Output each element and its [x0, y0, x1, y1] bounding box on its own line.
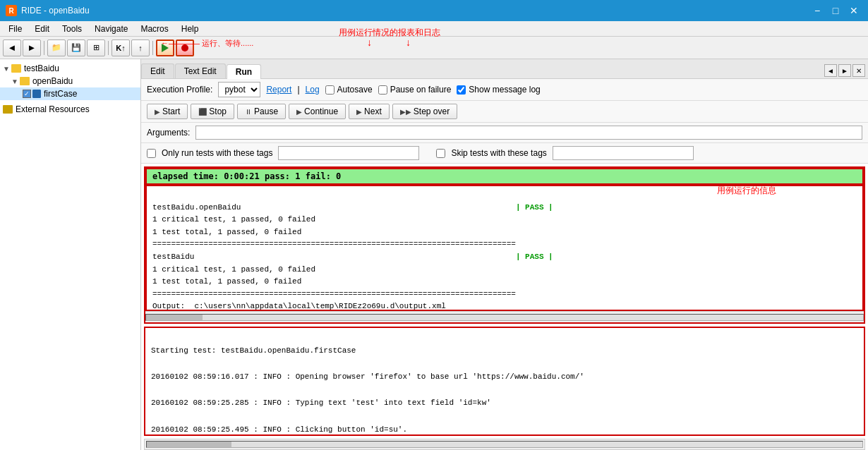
arrow-report: ↓ — [367, 37, 372, 48]
output-line-6: 1 test total, 1 passed, 0 failed — [152, 276, 857, 288]
menu-edit[interactable]: Edit — [29, 23, 55, 35]
start-label: Start — [162, 107, 180, 116]
only-run-checkbox[interactable] — [147, 149, 156, 158]
stop-run-button[interactable]: ⬛ Stop — [191, 104, 234, 119]
output-line-1: 1 critical test, 1 passed, 0 failed — [152, 214, 857, 226]
args-bar: Arguments: — [141, 123, 868, 143]
menu-navigate[interactable]: Navigate — [89, 23, 133, 35]
skip-tests-label: Skip tests with these tags — [451, 148, 546, 158]
bottom-scrollbar[interactable] — [144, 439, 865, 450]
autosave-checkbox[interactable] — [325, 85, 334, 95]
menu-tools[interactable]: Tools — [56, 23, 88, 35]
output-line-0: testBaidu.openBaidu | PASS | — [152, 202, 857, 214]
output-line-8: Output: c:\users\nn\appdata\local\temp\R… — [152, 300, 857, 311]
exec-profile-select[interactable]: pybot jybot — [218, 82, 260, 97]
output-line-2: 1 test total, 1 passed, 0 failed — [152, 226, 857, 239]
right-panel: Edit Text Edit Run ◄ ► ✕ Execution Profi… — [141, 59, 868, 450]
pause-on-failure-group: Pause on failure — [378, 85, 452, 95]
output-line-4: testBaidu | PASS | — [152, 251, 857, 264]
output-text[interactable]: testBaidu.openBaidu | PASS | 1 critical … — [145, 185, 864, 311]
minimize-button[interactable]: − — [809, 4, 826, 18]
sidebar-item-openbaidu[interactable]: ▼ openBaidu — [0, 75, 140, 87]
save-all-button[interactable]: ⊞ — [87, 39, 105, 56]
tab-text-edit[interactable]: Text Edit — [175, 63, 226, 78]
window-title: RIDE - openBaidu — [21, 6, 90, 16]
autosave-label: Autosave — [337, 85, 373, 95]
menu-file[interactable]: File — [3, 23, 28, 35]
stop-label: Stop — [209, 107, 227, 116]
skip-tests-input[interactable] — [553, 146, 694, 160]
output-line-7: ========================================… — [152, 288, 857, 301]
close-button[interactable]: ✕ — [845, 4, 862, 18]
window-controls: − □ ✕ — [809, 4, 862, 18]
pause-icon: ⏸ — [245, 108, 252, 116]
output-lower[interactable]: Starting test: testBaidu.openBaidu.first… — [144, 327, 865, 436]
report-link[interactable]: Report — [266, 85, 291, 95]
stop-button[interactable] — [176, 39, 194, 56]
pause-label: Pause — [254, 107, 278, 116]
toolbar-separator-3 — [152, 41, 153, 55]
only-run-input[interactable] — [278, 146, 419, 160]
tab-edit[interactable]: Edit — [141, 63, 174, 78]
pause-on-failure-checkbox[interactable] — [378, 85, 387, 95]
log-line-2: 20160102 08:59:25.285 : INFO : Typing te… — [151, 396, 858, 410]
output-line-5: 1 critical test, 1 passed, 0 failed — [152, 264, 857, 276]
sidebar-item-testbaidu[interactable]: ▼ testBaidu — [0, 62, 140, 75]
output-scroll-horizontal[interactable] — [145, 311, 864, 322]
continue-button[interactable]: ▶ Continue — [289, 104, 346, 119]
run-button[interactable] — [156, 39, 174, 56]
menu-macros[interactable]: Macros — [135, 23, 174, 35]
continue-label: Continue — [304, 107, 338, 116]
folder-icon-openbaidu — [20, 77, 30, 85]
show-message-log-label: Show message log — [469, 85, 540, 95]
maximize-button[interactable]: □ — [827, 4, 844, 18]
toolbar-separator-1 — [44, 41, 44, 55]
step-over-button[interactable]: ▶▶ Step over — [392, 104, 457, 119]
autosave-group: Autosave — [325, 85, 373, 95]
save-button[interactable]: 💾 — [67, 39, 85, 56]
step-over-icon: ▶▶ — [400, 108, 411, 116]
show-message-log-checkbox[interactable] — [457, 85, 466, 95]
forward-button[interactable]: ► — [23, 39, 41, 56]
skip-tests-checkbox[interactable] — [436, 149, 445, 158]
open-button[interactable]: 📁 — [47, 39, 66, 56]
output-upper: elapsed time: 0:00:21 pass: 1 fail: 0 te… — [144, 166, 865, 324]
sidebar: ▼ testBaidu ▼ openBaidu ✓ firstCase Exte… — [0, 59, 141, 450]
app-icon: R — [6, 5, 17, 16]
sidebar-label-openbaidu: openBaidu — [32, 76, 73, 86]
menu-help[interactable]: Help — [176, 23, 205, 35]
sidebar-item-firstcase[interactable]: ✓ firstCase — [0, 87, 140, 100]
tab-nav-next[interactable]: ► — [838, 64, 851, 77]
check-firstcase[interactable]: ✓ — [23, 90, 31, 98]
folder-icon-testbaidu — [11, 64, 21, 73]
tab-run[interactable]: Run — [227, 64, 261, 79]
next-icon: ▶ — [356, 108, 362, 116]
args-input[interactable] — [195, 126, 862, 140]
continue-icon: ▶ — [296, 108, 302, 116]
log-line-1: 20160102 08:59:16.017 : INFO : Opening b… — [151, 370, 858, 384]
sidebar-label-external: External Resources — [16, 104, 90, 114]
show-message-log-group: Show message log — [457, 85, 540, 95]
args-label: Arguments: — [147, 128, 190, 138]
log-link[interactable]: Log — [306, 85, 320, 95]
stop-run-icon: ⬛ — [198, 108, 207, 116]
next-button[interactable]: ▶ Next — [349, 104, 390, 119]
tab-close[interactable]: ✕ — [852, 64, 865, 77]
report-separator: | — [297, 85, 299, 95]
back-button[interactable]: ◄ — [3, 39, 21, 56]
toolbar-separator-2 — [108, 41, 109, 55]
start-icon: ▶ — [155, 108, 160, 116]
tab-nav-prev[interactable]: ◄ — [824, 64, 837, 77]
exec-profile-label: Execution Profile: — [147, 85, 212, 95]
pause-button[interactable]: ⏸ Pause — [237, 104, 286, 119]
tab-nav-buttons: ◄ ► ✕ — [821, 63, 868, 78]
output-split: 用例运行的信息 elapsed time: 0:00:21 pass: 1 fa… — [141, 164, 868, 450]
macro-k-button[interactable]: K↑ — [111, 39, 130, 56]
macro-t-button[interactable]: ↑ — [131, 39, 150, 56]
title-bar: R RIDE - openBaidu − □ ✕ — [0, 0, 868, 21]
start-button[interactable]: ▶ Start — [147, 104, 188, 119]
next-label: Next — [364, 107, 382, 116]
toolbar: ◄ ► 📁 💾 ⊞ K↑ ↑ ←———— 运行、等待...... 用例运行情况的… — [0, 37, 868, 59]
sidebar-item-external-resources[interactable]: External Resources — [0, 103, 140, 116]
folder-icon-external — [3, 105, 13, 114]
